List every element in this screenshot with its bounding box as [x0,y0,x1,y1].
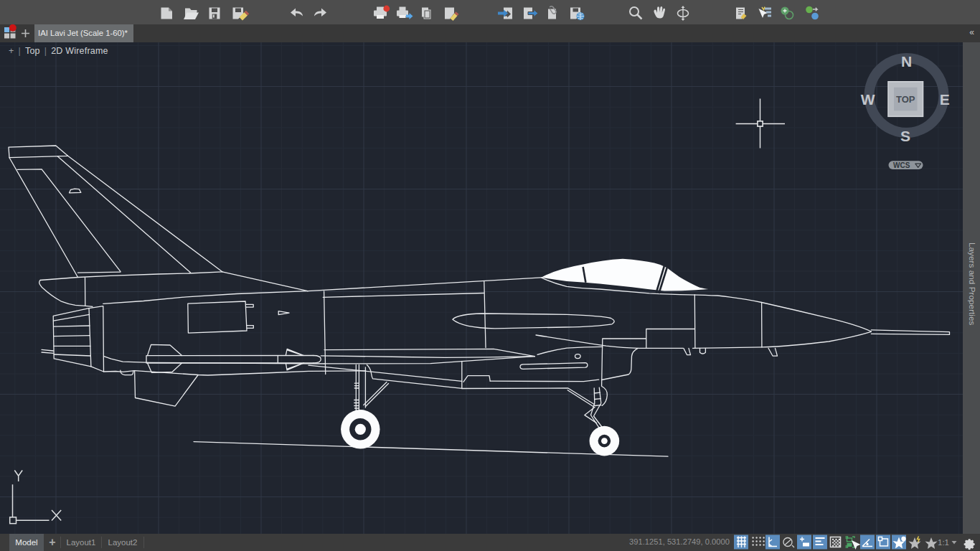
svg-text:TOP: TOP [896,94,915,105]
svg-text:N: N [901,53,912,70]
svg-text:1:1: 1:1 [938,538,949,547]
svg-text:WCS: WCS [893,161,910,169]
svg-text:S: S [900,128,910,144]
svg-text:E: E [940,91,950,108]
svg-text:W: W [861,91,875,108]
